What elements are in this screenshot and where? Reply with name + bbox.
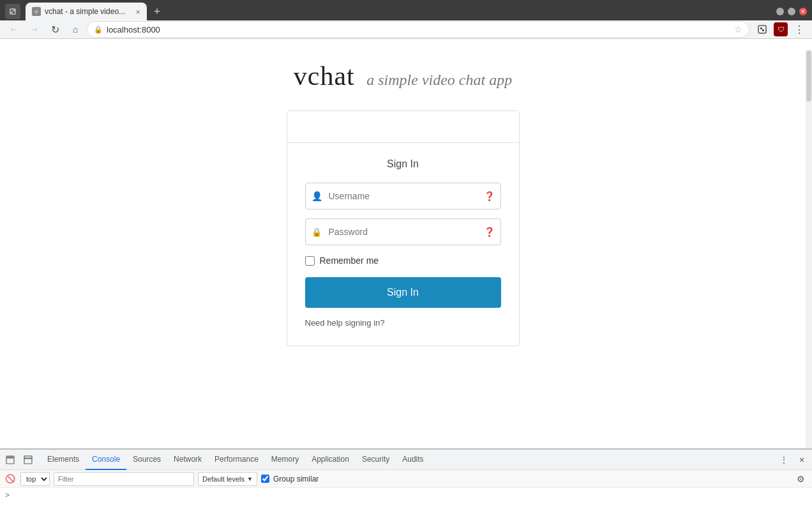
svg-rect-2 (13, 11, 15, 13)
close-window-button[interactable]: ✕ (799, 8, 807, 15)
app-title-area: vchat a simple video chat app (294, 61, 512, 91)
minimize-button[interactable] (776, 8, 784, 15)
app-title-subtitle: a simple video chat app (366, 72, 512, 88)
extensions-icon[interactable] (755, 22, 770, 37)
password-group: 🔒 ❓ (305, 218, 501, 245)
home-button[interactable]: ⌂ (66, 20, 84, 38)
login-card-body: Sign In 👤 ❓ 🔒 ❓ Remember me Sign In N (287, 143, 519, 346)
devtools-tab-memory[interactable]: Memory (265, 450, 305, 470)
tab-close-icon[interactable]: × (135, 7, 140, 17)
devtools-tab-network[interactable]: Network (167, 450, 208, 470)
password-input[interactable] (305, 218, 501, 245)
svg-rect-7 (6, 456, 14, 459)
svg-rect-5 (762, 29, 764, 31)
sign-in-heading: Sign In (305, 158, 501, 170)
scroll-track[interactable] (806, 50, 812, 448)
address-bar[interactable]: 🔒 localhost:8000 ☆ (87, 21, 749, 38)
remember-me-checkbox[interactable] (305, 256, 315, 266)
username-input[interactable] (305, 183, 501, 209)
maximize-button[interactable] (788, 8, 795, 15)
password-help-icon[interactable]: ❓ (484, 227, 495, 237)
svg-rect-4 (760, 27, 762, 29)
reload-button[interactable]: ↻ (46, 20, 64, 38)
username-group: 👤 ❓ (305, 183, 501, 209)
tab-favicon: V (32, 7, 41, 16)
console-prompt[interactable]: > (5, 491, 807, 499)
login-card-header (287, 111, 519, 143)
no-errors-icon[interactable]: 🚫 (4, 473, 17, 485)
shield-icon[interactable]: 🛡 (774, 22, 788, 36)
levels-arrow: ▼ (247, 476, 253, 482)
new-tab-button[interactable]: + (148, 3, 166, 20)
app-title-main: vchat (294, 61, 355, 91)
address-text: localhost:8000 (107, 25, 730, 34)
star-icon[interactable]: ☆ (734, 24, 742, 34)
password-icon: 🔒 (312, 227, 322, 237)
sign-in-button[interactable]: Sign In (305, 277, 501, 308)
svg-rect-9 (24, 456, 32, 459)
devtools-undock-icon[interactable] (20, 452, 36, 468)
tab-title: vchat - a simple video... (45, 7, 132, 16)
remember-me-row: Remember me (305, 255, 501, 266)
username-icon: 👤 (312, 191, 322, 201)
forward-button[interactable]: → (26, 20, 43, 38)
devtools-tab-audits[interactable]: Audits (396, 450, 430, 470)
levels-dropdown[interactable]: Default levels ▼ (198, 472, 257, 486)
devtools-tab-security[interactable]: Security (356, 450, 396, 470)
login-card: Sign In 👤 ❓ 🔒 ❓ Remember me Sign In N (287, 110, 520, 346)
page-content: vchat a simple video chat app Sign In 👤 … (0, 29, 806, 427)
devtools-tab-application[interactable]: Application (305, 450, 356, 470)
devtools-more-button[interactable]: ⋮ (776, 452, 792, 468)
console-content: > (0, 488, 812, 525)
svg-rect-1 (11, 10, 13, 11)
menu-button[interactable]: ⋮ (792, 22, 807, 37)
devtools-settings-button[interactable]: ⚙ (793, 471, 808, 487)
devtools-panel: Elements Console Sources Network Perform… (0, 448, 812, 525)
group-similar-label: Group similar (273, 475, 319, 483)
devtools-tab-console[interactable]: Console (86, 450, 126, 470)
scroll-thumb[interactable] (806, 50, 811, 102)
devtools-tab-elements[interactable]: Elements (41, 450, 86, 470)
browser-tab[interactable]: V vchat - a simple video... × (26, 3, 147, 20)
console-arrow-icon: > (5, 491, 10, 499)
devtools-tab-bar: Elements Console Sources Network Perform… (0, 450, 812, 470)
devtools-tab-performance[interactable]: Performance (208, 450, 265, 470)
username-help-icon[interactable]: ❓ (484, 191, 495, 201)
devtools-toolbar: 🚫 top Default levels ▼ Group similar ⚙ (0, 470, 812, 488)
levels-label: Default levels (202, 475, 244, 483)
browser-extension-icon[interactable] (5, 4, 20, 19)
remember-me-label: Remember me (320, 255, 379, 266)
group-similar-checkbox[interactable] (261, 475, 269, 483)
devtools-close-button[interactable]: × (794, 452, 809, 468)
lock-icon: 🔒 (94, 26, 103, 34)
devtools-dock-icon[interactable] (3, 452, 18, 468)
help-link[interactable]: Need help signing in? (305, 318, 501, 328)
devtools-tab-sources[interactable]: Sources (126, 450, 167, 470)
back-button[interactable]: ← (5, 20, 23, 38)
context-selector[interactable]: top (20, 472, 50, 486)
filter-input[interactable] (54, 472, 194, 486)
